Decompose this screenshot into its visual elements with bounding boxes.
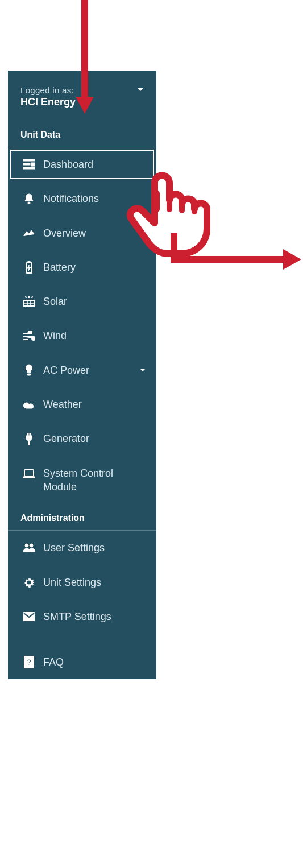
dashboard-icon	[23, 158, 35, 171]
svg-rect-0	[23, 159, 35, 161]
sidebar-item-label: Battery	[43, 261, 76, 274]
question-icon: ?	[23, 656, 35, 668]
wind-icon	[23, 330, 35, 342]
sidebar-item-faq[interactable]: ? FAQ	[8, 645, 156, 679]
laptop-icon	[23, 468, 35, 480]
svg-rect-11	[28, 441, 30, 445]
sidebar-item-generator[interactable]: Generator	[8, 421, 156, 456]
sidebar-item-wind[interactable]: Wind	[8, 319, 156, 353]
sidebar-item-label: Overview	[43, 226, 86, 240]
annotation-arrow-right	[171, 230, 301, 270]
sidebar-item-user-settings[interactable]: User Settings	[8, 531, 156, 565]
sidebar: Logged in as: HCI Energy Unit Data Dashb…	[8, 71, 156, 679]
sidebar-item-ac-power[interactable]: AC Power	[8, 353, 156, 387]
chart-line-icon	[23, 227, 35, 239]
solar-panel-icon	[23, 295, 35, 308]
sidebar-item-battery[interactable]: Battery	[8, 250, 156, 284]
svg-rect-13	[23, 477, 35, 478]
sidebar-item-label: System Control Module	[43, 466, 145, 494]
sidebar-item-system-control-module[interactable]: System Control Module	[8, 456, 156, 505]
cloud-icon	[23, 398, 35, 411]
mail-icon	[23, 610, 35, 623]
gear-icon	[23, 576, 35, 589]
svg-rect-1	[23, 163, 30, 165]
user-label: Logged in as:	[20, 85, 144, 95]
sidebar-item-label: Unit Settings	[43, 576, 101, 589]
sidebar-item-smtp-settings[interactable]: SMTP Settings	[8, 600, 156, 634]
sidebar-item-solar[interactable]: Solar	[8, 284, 156, 319]
svg-point-15	[30, 544, 33, 547]
users-icon	[23, 542, 35, 554]
svg-point-4	[28, 202, 30, 204]
svg-rect-2	[31, 163, 35, 166]
sidebar-item-label: AC Power	[43, 363, 89, 377]
sidebar-item-label: SMTP Settings	[43, 610, 111, 623]
sidebar-item-overview[interactable]: Overview	[8, 216, 156, 250]
sidebar-item-notifications[interactable]: Notifications	[8, 181, 156, 216]
sidebar-item-label: Generator	[43, 432, 89, 445]
sidebar-item-label: User Settings	[43, 541, 105, 555]
caret-down-icon	[139, 368, 146, 373]
user-name: HCI Energy	[20, 96, 144, 108]
svg-point-14	[25, 544, 28, 547]
svg-rect-6	[28, 261, 30, 263]
svg-rect-3	[23, 167, 35, 169]
sidebar-item-weather[interactable]: Weather	[8, 387, 156, 421]
sidebar-item-label: Weather	[43, 398, 82, 411]
sidebar-item-label: Dashboard	[43, 158, 93, 171]
bell-icon	[23, 192, 35, 205]
lightbulb-icon	[23, 364, 35, 377]
section-title-unit-data: Unit Data	[8, 121, 156, 147]
svg-text:?: ?	[26, 657, 31, 667]
sidebar-item-dashboard[interactable]: Dashboard	[8, 147, 156, 181]
section-title-administration: Administration	[8, 504, 156, 530]
svg-rect-10	[30, 433, 31, 436]
svg-rect-12	[24, 470, 34, 476]
plug-icon	[23, 433, 35, 445]
user-block[interactable]: Logged in as: HCI Energy	[8, 71, 156, 121]
svg-marker-21	[283, 249, 301, 270]
sidebar-item-label: Solar	[43, 295, 67, 308]
caret-down-icon	[137, 88, 144, 92]
sidebar-item-label: Wind	[43, 329, 67, 342]
sidebar-item-unit-settings[interactable]: Unit Settings	[8, 565, 156, 600]
sidebar-item-label: Notifications	[43, 192, 99, 205]
battery-icon	[23, 261, 35, 274]
svg-rect-8	[27, 374, 31, 375]
svg-rect-9	[27, 433, 28, 436]
sidebar-item-label: FAQ	[43, 655, 64, 669]
